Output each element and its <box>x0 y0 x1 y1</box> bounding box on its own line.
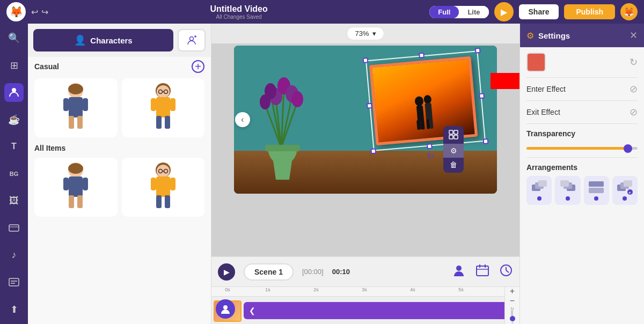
svg-rect-11 <box>69 97 83 117</box>
settings-header: ⚙ Settings ✕ <box>520 24 644 47</box>
exit-effect-label: Exit Effect <box>526 108 625 116</box>
zoom-slider-thumb[interactable] <box>510 316 515 321</box>
svg-point-69 <box>456 266 462 271</box>
svg-rect-3 <box>9 278 19 286</box>
characters-button[interactable]: 👤 Characters <box>33 29 173 51</box>
arr-dot-1 <box>537 196 541 201</box>
zoom-in-button[interactable]: + <box>510 287 515 296</box>
svg-rect-65 <box>449 130 453 134</box>
zoom-indicator[interactable]: 73% ▾ <box>347 27 384 40</box>
svg-rect-80 <box>538 180 547 187</box>
arrangement-button-1[interactable] <box>526 176 552 205</box>
topbar: 🦊 ↩ ↪ Untitled Video All Changes Saved F… <box>0 0 644 24</box>
scene-clock-icon[interactable] <box>499 263 513 280</box>
transparency-slider[interactable] <box>526 147 638 150</box>
tick-4: 4s <box>389 287 437 296</box>
share-button[interactable]: Share <box>519 4 559 19</box>
casual-section-header: Casual + <box>28 57 211 75</box>
svg-rect-85 <box>589 188 604 193</box>
zoom-chevron-icon: ▾ <box>372 30 376 38</box>
settings-close-button[interactable]: ✕ <box>630 30 638 41</box>
tick-1: 1s <box>244 287 292 296</box>
obj-settings-button[interactable]: ⚙ <box>443 144 464 158</box>
add-character-button[interactable] <box>178 29 206 51</box>
arrangement-button-4[interactable]: + <box>612 176 638 205</box>
arr-dot-2 <box>566 196 570 201</box>
svg-rect-38 <box>156 176 170 197</box>
sidebar-item-text[interactable]: T <box>4 137 24 156</box>
scene-person-icon[interactable] <box>452 263 466 280</box>
obj-group-button[interactable] <box>443 127 464 144</box>
svg-point-6 <box>190 37 194 41</box>
character-item-4[interactable] <box>122 158 205 217</box>
character-item-1[interactable] <box>34 78 118 137</box>
arrangement-button-3[interactable] <box>584 176 609 205</box>
zoom-out-button[interactable]: − <box>510 297 515 305</box>
redo-button[interactable]: ↪ <box>41 7 48 17</box>
character-item-3[interactable] <box>34 158 118 217</box>
exit-effect-none-icon[interactable]: ⊘ <box>630 106 638 118</box>
mode-toggle: Full Lite <box>429 6 488 18</box>
undo-button[interactable]: ↩ <box>31 7 38 17</box>
canvas-viewport: ↻ ⚙ 🗑 <box>211 43 519 256</box>
sidebar-item-character[interactable] <box>4 83 24 102</box>
sidebar-item-upload[interactable]: ⬆ <box>4 300 24 319</box>
sidebar-item-image[interactable]: 🖼 <box>4 192 24 210</box>
settings-title: Settings <box>538 31 625 40</box>
svg-rect-12 <box>63 98 69 111</box>
scene-icons <box>452 263 513 280</box>
svg-rect-29 <box>63 178 69 190</box>
sidebar-item-subtitle[interactable] <box>4 273 24 292</box>
tick-3: 3s <box>340 287 389 296</box>
svg-rect-42 <box>165 195 170 208</box>
svg-line-76 <box>506 270 509 273</box>
sidebar-item-layout[interactable]: ⊞ <box>4 56 24 75</box>
bottom-user-avatar[interactable] <box>216 299 235 319</box>
svg-rect-56 <box>265 145 300 151</box>
character-item-2[interactable] <box>122 78 205 137</box>
svg-text:+: + <box>628 190 631 195</box>
undo-redo-group: ↩ ↪ <box>31 7 48 17</box>
scene-name-chip: Scene 1 <box>244 263 294 281</box>
full-mode-button[interactable]: Full <box>429 6 459 18</box>
preview-play-button[interactable]: ▶ <box>494 2 514 21</box>
title-area: Untitled Video All Changes Saved <box>54 4 424 20</box>
user-avatar[interactable]: 🦊 <box>620 3 638 20</box>
enter-effect-none-icon[interactable]: ⊘ <box>630 83 638 95</box>
arrangement-button-2[interactable] <box>555 176 580 205</box>
sidebar-item-music[interactable]: ♪ <box>4 246 24 264</box>
add-casual-button[interactable]: + <box>192 60 204 73</box>
sidebar-item-scenes[interactable] <box>4 219 24 238</box>
svg-point-77 <box>223 305 228 310</box>
center-area: 73% ▾ <box>211 24 519 324</box>
object-toolbar: ⚙ 🗑 <box>443 126 464 173</box>
svg-point-10 <box>68 84 83 94</box>
casual-label: Casual <box>34 62 59 71</box>
zoom-slider-track <box>511 320 514 324</box>
sidebar-item-search[interactable]: 🔍 <box>4 29 24 48</box>
app-logo[interactable]: 🦊 <box>6 2 26 21</box>
all-items-label: All Items <box>34 144 65 152</box>
scene-calendar-icon[interactable] <box>475 263 489 280</box>
svg-point-57 <box>414 96 424 106</box>
all-items-section-header: All Items <box>28 141 211 154</box>
canvas-frame: ↻ ⚙ 🗑 <box>234 46 497 194</box>
svg-rect-25 <box>165 116 170 129</box>
sidebar-item-cup[interactable]: ☕ <box>4 111 24 129</box>
color-row: ↻ <box>520 47 644 77</box>
timeline-track[interactable]: ❮ ❯ <box>244 302 517 319</box>
tick-5: 5s <box>437 287 485 296</box>
lite-mode-button[interactable]: Lite <box>459 6 488 18</box>
timeline-left-arrow[interactable]: ❮ <box>244 306 261 315</box>
svg-rect-24 <box>156 116 162 129</box>
publish-button[interactable]: Publish <box>564 4 615 19</box>
color-swatch[interactable] <box>526 53 546 72</box>
icon-sidebar: 🔍 ⊞ ☕ T BG 🖼 ♪ ⬆ <box>0 24 28 324</box>
scene-play-button[interactable]: ▶ <box>218 263 235 281</box>
obj-delete-button[interactable]: 🗑 <box>443 158 464 172</box>
svg-rect-84 <box>589 181 604 187</box>
canvas-nav-left-button[interactable]: ‹ <box>235 112 250 127</box>
sidebar-item-bg[interactable]: BG <box>4 165 24 183</box>
svg-rect-23 <box>170 98 175 111</box>
refresh-button[interactable]: ↻ <box>630 56 638 68</box>
